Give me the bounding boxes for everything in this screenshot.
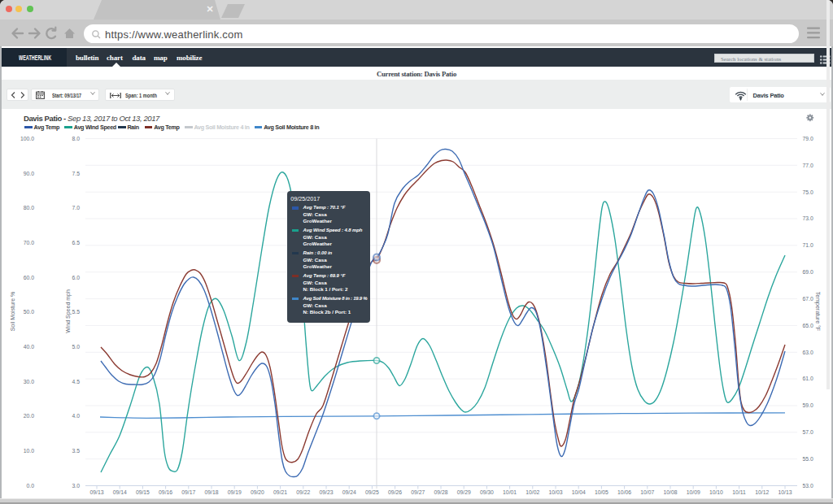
- svg-text:10/10: 10/10: [709, 489, 723, 495]
- svg-text:59.0: 59.0: [803, 402, 813, 408]
- svg-text:61.0: 61.0: [803, 376, 813, 381]
- svg-text:09/26: 09/26: [388, 489, 402, 495]
- svg-text:09/22: 09/22: [296, 489, 310, 495]
- svg-text:53.0: 53.0: [803, 483, 813, 489]
- svg-text:40.0: 40.0: [24, 344, 34, 350]
- svg-text:80.0: 80.0: [24, 205, 34, 211]
- svg-text:10/11: 10/11: [732, 489, 746, 495]
- svg-text:3.5: 3.5: [72, 448, 81, 454]
- svg-text:0.0: 0.0: [27, 483, 35, 489]
- svg-text:10/13: 10/13: [778, 489, 792, 495]
- svg-text:73.0: 73.0: [803, 215, 813, 221]
- svg-text:5.5: 5.5: [72, 309, 81, 315]
- svg-text:09/24: 09/24: [342, 489, 356, 495]
- svg-text:63.0: 63.0: [803, 350, 813, 355]
- svg-text:10/02: 10/02: [526, 489, 539, 495]
- svg-text:79.0: 79.0: [803, 136, 813, 141]
- svg-text:5.0: 5.0: [72, 344, 81, 350]
- svg-text:90.0: 90.0: [24, 171, 34, 176]
- svg-text:09/21: 09/21: [273, 489, 287, 495]
- svg-text:10/09: 10/09: [687, 489, 700, 495]
- svg-text:4.0: 4.0: [72, 413, 81, 419]
- svg-text:09/28: 09/28: [434, 489, 447, 495]
- svg-text:65.0: 65.0: [803, 323, 813, 328]
- svg-text:71.0: 71.0: [803, 242, 813, 248]
- svg-text:09/14: 09/14: [113, 489, 127, 495]
- svg-text:4.5: 4.5: [72, 379, 81, 385]
- svg-text:10/01: 10/01: [503, 489, 517, 495]
- svg-text:10.0: 10.0: [24, 448, 34, 454]
- svg-text:09/16: 09/16: [159, 489, 172, 495]
- svg-text:20.0: 20.0: [24, 413, 34, 419]
- svg-text:10/03: 10/03: [548, 489, 562, 495]
- svg-text:7.5: 7.5: [72, 171, 81, 176]
- svg-text:8.0: 8.0: [72, 136, 81, 141]
- svg-text:55.0: 55.0: [803, 456, 813, 462]
- svg-text:69.0: 69.0: [803, 269, 813, 275]
- svg-text:09/18: 09/18: [204, 489, 218, 495]
- svg-text:7.0: 7.0: [72, 205, 81, 211]
- svg-text:09/27: 09/27: [411, 489, 425, 495]
- svg-text:10/06: 10/06: [617, 489, 631, 495]
- svg-text:Soil Moisture %: Soil Moisture %: [10, 292, 15, 332]
- svg-text:6.0: 6.0: [72, 275, 81, 280]
- svg-text:10/08: 10/08: [663, 489, 677, 495]
- svg-text:57.0: 57.0: [803, 429, 813, 435]
- svg-text:67.0: 67.0: [803, 296, 813, 302]
- svg-text:70.0: 70.0: [24, 240, 34, 245]
- svg-text:09/19: 09/19: [228, 489, 242, 495]
- svg-text:09/20: 09/20: [251, 489, 264, 495]
- svg-text:30.0: 30.0: [24, 379, 34, 385]
- svg-text:60.0: 60.0: [24, 275, 34, 280]
- svg-text:09/25: 09/25: [365, 489, 379, 495]
- svg-text:Wind Speed mph: Wind Speed mph: [65, 289, 72, 333]
- svg-text:10/07: 10/07: [640, 489, 654, 495]
- svg-text:09/29: 09/29: [457, 489, 471, 495]
- svg-text:100.0: 100.0: [20, 136, 34, 141]
- svg-text:09/23: 09/23: [319, 489, 333, 495]
- svg-text:50.0: 50.0: [24, 309, 34, 315]
- svg-text:77.0: 77.0: [803, 163, 813, 168]
- svg-text:6.5: 6.5: [72, 240, 81, 245]
- svg-text:10/04: 10/04: [572, 489, 586, 495]
- svg-text:09/15: 09/15: [136, 489, 150, 495]
- svg-text:75.0: 75.0: [803, 189, 813, 195]
- svg-text:09/30: 09/30: [480, 489, 494, 495]
- svg-text:10/12: 10/12: [755, 489, 769, 495]
- svg-text:Temperature °F: Temperature °F: [814, 292, 821, 331]
- svg-text:10/05: 10/05: [595, 489, 608, 495]
- svg-text:09/17: 09/17: [181, 489, 195, 495]
- svg-text:3.0: 3.0: [72, 483, 81, 489]
- svg-text:09/13: 09/13: [89, 489, 103, 495]
